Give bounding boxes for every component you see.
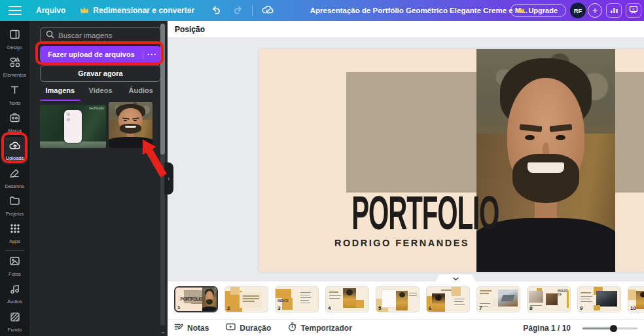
avatar[interactable]: RF — [570, 3, 586, 18]
page-number: 1 — [177, 305, 180, 310]
page-thumbnail-4[interactable]: 4 — [325, 286, 369, 312]
undo-icon[interactable] — [211, 5, 223, 17]
canva-app: Arquivo Redimensionar e converter Aprese… — [0, 0, 644, 336]
page-thumbnail-7[interactable]: 7 — [476, 286, 520, 312]
decor — [276, 289, 291, 298]
scroll-down-icon[interactable]: ⌄ — [160, 328, 166, 335]
page-thumbnail-2[interactable]: 2 — [224, 286, 268, 312]
slide-subtitle[interactable]: RODRIGO FERNANDES — [259, 238, 469, 248]
object-toolbar: Posição — [168, 21, 644, 38]
draw-pen-icon — [9, 168, 20, 181]
cloud-saved-icon — [262, 5, 274, 17]
brand-kit-icon — [9, 112, 20, 126]
sidebar-item-design[interactable]: Design — [1, 26, 28, 53]
page-number: 6 — [429, 305, 431, 311]
sidebar-item-audios[interactable]: Áudios — [1, 280, 28, 308]
photo-part — [512, 154, 579, 203]
page-thumbnail-5[interactable]: 5 — [376, 286, 420, 312]
page-number: 10 — [630, 305, 636, 311]
photo-part — [556, 135, 565, 140]
workspace: Posição — [168, 21, 644, 336]
notes-button[interactable]: Notas — [174, 323, 209, 333]
folder-icon — [9, 195, 20, 209]
page-thumbnail-8[interactable]: PRAZO CE 8 — [527, 286, 571, 312]
sidebar-item-marca[interactable]: Marca — [1, 109, 28, 136]
decor — [243, 301, 255, 302]
photo-part — [528, 162, 564, 172]
slide-title[interactable]: PORTFOLIO — [351, 189, 469, 236]
duration-button[interactable]: Duração — [226, 323, 271, 333]
insights-button[interactable] — [606, 3, 622, 18]
upload-files-button[interactable]: Fazer upload de arquivos ··· — [40, 46, 161, 63]
tab-videos[interactable]: Vídeos — [80, 84, 121, 100]
upload-cloud-icon — [9, 140, 21, 153]
upgrade-button[interactable]: Upgrade — [510, 4, 566, 17]
page-thumbnail-3[interactable]: ÍNDICE 3 — [275, 286, 319, 312]
page-number: 8 — [529, 305, 532, 311]
sidebar-item-texto[interactable]: Texto — [1, 81, 28, 109]
record-now-button[interactable]: Gravar agora — [40, 65, 161, 82]
slide-page-1[interactable]: PORTFOLIO RODRIGO FERNANDES — [259, 49, 644, 272]
decor — [346, 289, 353, 295]
search-box[interactable] — [40, 27, 161, 44]
decor — [454, 301, 463, 302]
toolbar-separator — [252, 5, 253, 16]
decor — [300, 292, 311, 293]
decor — [300, 297, 311, 298]
document-title[interactable]: Apresentação de Portfólio Geométrico Ele… — [310, 0, 528, 21]
search-icon — [46, 29, 54, 41]
presentation-icon — [629, 5, 638, 16]
decor — [329, 291, 338, 293]
decor — [546, 293, 558, 305]
present-button[interactable] — [626, 3, 641, 18]
panel-collapse-handle[interactable]: ‹ — [164, 162, 173, 195]
redo-icon[interactable] — [232, 5, 243, 17]
decor — [329, 298, 340, 299]
upload-more-options[interactable]: ··· — [143, 50, 161, 59]
page-thumbnail-10[interactable]: 10 — [628, 286, 644, 312]
decor — [202, 288, 217, 312]
tab-imagens[interactable]: Imagens — [40, 84, 80, 100]
sidebar-item-fotos[interactable]: Fotos — [1, 253, 28, 280]
decor — [67, 118, 70, 121]
page-thumbnail-9[interactable]: 9 — [577, 286, 621, 312]
slider-knob[interactable] — [610, 325, 617, 332]
decor — [191, 303, 202, 304]
sidebar-item-desenho[interactable]: Desenho — [1, 164, 28, 192]
uploaded-image-iphone[interactable]: techtudo — [40, 105, 106, 148]
sidebar-item-elementos[interactable]: Elementos — [1, 53, 28, 81]
photo-part — [124, 120, 127, 121]
uploaded-images: techtudo — [40, 105, 152, 148]
tab-audios[interactable]: Áudios — [120, 84, 161, 100]
decor — [529, 291, 543, 303]
sidebar-item-apps[interactable]: Apps — [1, 220, 28, 248]
page-thumbnail-6[interactable]: 6 — [426, 286, 470, 312]
editor-canvas[interactable]: PORTFOLIO RODRIGO FERNANDES — [168, 38, 644, 282]
decor — [243, 298, 259, 299]
decor — [581, 296, 592, 297]
add-member-button[interactable]: + — [588, 3, 602, 18]
filmstrip-collapse-button[interactable] — [435, 274, 476, 283]
file-menu[interactable]: Arquivo — [36, 6, 65, 15]
position-button[interactable]: Posição — [175, 25, 205, 34]
decor — [581, 292, 591, 293]
timer-icon — [288, 322, 296, 333]
decor — [300, 303, 310, 303]
search-input[interactable] — [58, 31, 155, 39]
page-number: 5 — [378, 305, 381, 311]
menu-icon[interactable] — [9, 6, 22, 15]
sidebar-item-uploads[interactable]: Uploads — [1, 137, 28, 164]
crown-icon — [517, 7, 525, 14]
page-thumbnail-1[interactable]: PORTFOLIO 1 — [174, 286, 218, 312]
timer-button[interactable]: Temporizador — [288, 322, 351, 333]
filmstrip: PORTFOLIO 1 2 — [168, 282, 644, 319]
sidebar-item-projetos[interactable]: Projetos — [1, 193, 28, 220]
bottom-bar: Notas Duração Temporizador Página 1 / 10 — [168, 319, 644, 336]
sidebar-item-fundo[interactable]: Fundo — [1, 308, 28, 336]
decor — [501, 295, 514, 301]
page-number: 2 — [227, 305, 230, 311]
resize-button[interactable]: Redimensionar e converter — [80, 6, 194, 16]
zoom-slider[interactable] — [582, 324, 637, 332]
decor — [409, 295, 417, 296]
uploaded-image-man[interactable] — [109, 102, 152, 148]
